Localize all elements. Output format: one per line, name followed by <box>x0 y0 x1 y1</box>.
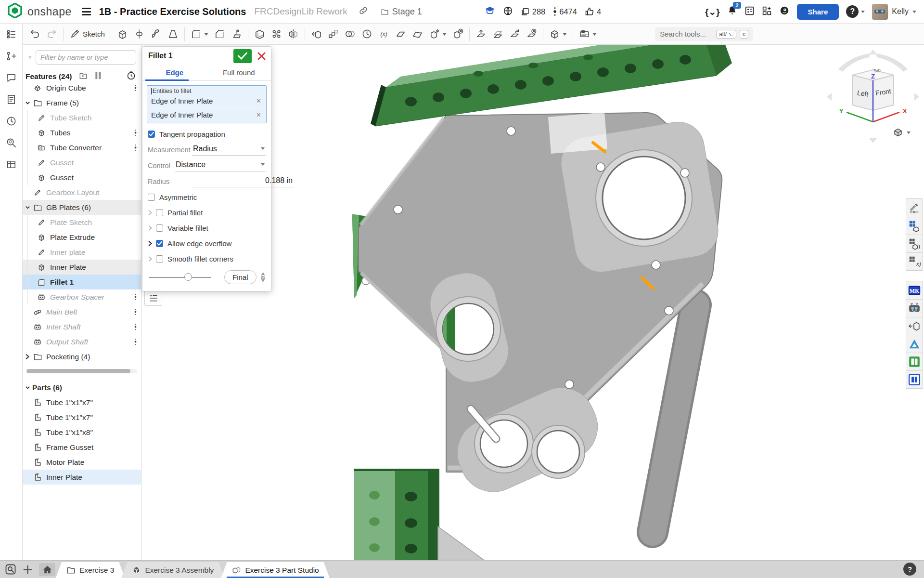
preview-slider[interactable] <box>149 277 211 278</box>
chevron-right-icon[interactable] <box>148 256 156 262</box>
checkbox[interactable] <box>148 194 155 201</box>
plane-tool-button[interactable] <box>392 26 409 42</box>
feature-row[interactable]: Fillet 1 <box>23 275 141 289</box>
redo-tool-button[interactable] <box>43 26 60 42</box>
feature-row[interactable]: Inner Plate <box>23 260 141 275</box>
feature-row[interactable]: Tube Sketch <box>23 110 141 125</box>
rollback-history-icon[interactable] <box>126 70 136 82</box>
feature-menu-icon[interactable] <box>131 293 139 301</box>
copies-stat[interactable]: 288 <box>521 7 546 16</box>
document-menu-icon[interactable] <box>82 8 91 15</box>
feature-row[interactable]: Tubes <box>23 125 141 140</box>
revolve-tool-button[interactable] <box>131 26 148 42</box>
parts-header-row[interactable]: Parts (6) <box>23 380 141 395</box>
feature-row[interactable]: GB Plates (6) <box>23 200 141 215</box>
display-cube-tool-button[interactable] <box>546 26 570 42</box>
variable-fillet-row[interactable]: Variable fillet <box>142 220 271 236</box>
sweep-tool-button[interactable] <box>148 26 165 42</box>
derive-part-icon[interactable] <box>906 317 923 335</box>
entities-to-fillet-box[interactable]: Entities to fillet Edge of Inner Plate✕E… <box>147 85 267 123</box>
sketch-tool-button[interactable]: Sketch <box>66 26 108 42</box>
mirror-tool-button[interactable] <box>285 26 302 42</box>
appearance-icon[interactable] <box>906 199 923 217</box>
document-title[interactable]: 1B - Practice Exercise Solutions <box>99 6 246 17</box>
workspace-breadcrumb[interactable]: Stage 1 <box>380 7 422 17</box>
chevron-down-icon[interactable] <box>23 100 32 105</box>
book-blue-icon[interactable] <box>906 370 923 388</box>
radius-input[interactable] <box>192 176 294 187</box>
green-tube-bottom[interactable] <box>354 469 439 560</box>
feature-row[interactable]: Pocketing (4) <box>23 349 141 364</box>
frame-gusset-part[interactable] <box>438 526 484 560</box>
partial-fillet-row[interactable]: Partial fillet <box>142 205 271 220</box>
remove-entity-icon[interactable]: ✕ <box>255 97 262 105</box>
history-stat[interactable]: 6474 <box>553 7 577 16</box>
apps-grid-icon[interactable] <box>762 6 772 18</box>
feature-row[interactable]: Plate Sketch <box>23 215 141 230</box>
versions-braces-icon[interactable]: {⌄} <box>705 6 720 17</box>
history-clock-icon[interactable] <box>4 114 18 130</box>
filter-icon[interactable] <box>28 53 32 62</box>
insert-plus-icon[interactable] <box>4 49 18 65</box>
slider-knob[interactable] <box>184 273 192 281</box>
chamfer-tool-button[interactable] <box>211 26 228 42</box>
chevron-right-icon[interactable] <box>148 225 156 231</box>
move-face-tool-button[interactable] <box>506 26 523 42</box>
search-tools[interactable]: alt/⌥ c <box>655 27 753 41</box>
measurement-select[interactable]: Radius <box>192 144 266 156</box>
checkbox[interactable] <box>156 240 163 247</box>
checkbox[interactable] <box>156 224 163 232</box>
bearing-bore-large[interactable] <box>603 157 685 239</box>
part-row[interactable]: Tube 1"x1"x7" <box>23 410 141 425</box>
share-button[interactable]: Share <box>797 4 839 20</box>
loft-tool-button[interactable] <box>165 26 181 42</box>
feature-row[interactable]: Gusset <box>23 170 141 185</box>
mkcad-icon[interactable]: MK <box>906 281 923 299</box>
suppress-pause-icon[interactable] <box>95 71 102 81</box>
search-tabs-button[interactable] <box>5 564 16 575</box>
view-options-button[interactable] <box>892 127 911 138</box>
part-row[interactable]: Inner Plate <box>23 470 141 485</box>
bottom-help-button[interactable]: ? <box>903 563 916 576</box>
home-button[interactable] <box>39 563 55 576</box>
named-views-tool-button[interactable] <box>576 26 600 42</box>
draft-tool-button[interactable] <box>228 26 245 42</box>
cancel-button[interactable] <box>255 49 268 63</box>
delete-part-tool-button[interactable] <box>449 26 466 42</box>
part-row[interactable]: Motor Plate <box>23 455 141 470</box>
pattern-molecule-tool-button[interactable] <box>268 26 285 42</box>
feature-menu-icon[interactable] <box>131 84 139 92</box>
delete-face-tool-button[interactable] <box>523 26 540 42</box>
entity-chip[interactable]: Edge of Inner Plate✕ <box>151 94 262 108</box>
control-select[interactable]: Distance <box>175 160 266 171</box>
search-cube-icon[interactable] <box>4 136 18 151</box>
fillet-tool-button[interactable] <box>188 26 211 42</box>
asymmetric-row[interactable]: Asymmetric <box>142 189 271 205</box>
link-icon[interactable] <box>359 6 368 17</box>
boolean-tool-button[interactable] <box>342 26 359 42</box>
shell-tool-button[interactable] <box>251 26 268 42</box>
comment-icon[interactable] <box>4 71 18 86</box>
derive-tool-button[interactable] <box>308 26 325 42</box>
extrude-tool-button[interactable] <box>114 26 131 42</box>
feature-menu-icon[interactable] <box>131 308 139 316</box>
tab-exercise-3[interactable]: Exercise 3 <box>56 562 125 578</box>
chevron-down-icon[interactable] <box>23 205 32 210</box>
book-green-icon[interactable] <box>906 353 923 370</box>
help-menu[interactable]: ? <box>846 5 865 18</box>
learning-icon[interactable] <box>485 6 495 17</box>
variable-tool-button[interactable]: (x) <box>375 26 392 42</box>
dialog-help-icon[interactable]: ? <box>261 273 265 282</box>
checkbox[interactable] <box>156 255 163 263</box>
allow-edge-overflow-row[interactable]: Allow edge overflow <box>142 236 271 251</box>
pattern-linear-tool-button[interactable] <box>325 26 342 42</box>
feature-row[interactable]: Main Belt <box>23 304 141 319</box>
feature-row[interactable]: Frame (5) <box>23 95 141 110</box>
feature-row[interactable]: Inter Shaft <box>23 319 141 334</box>
chevron-right-icon[interactable] <box>23 354 32 359</box>
part-row[interactable]: Tube 1"x1"x8" <box>23 425 141 440</box>
chevron-right-icon[interactable] <box>148 210 156 215</box>
feature-row[interactable]: Gearbox Spacer <box>23 289 141 304</box>
feature-menu-icon[interactable] <box>131 323 139 331</box>
tab-full-round[interactable]: Full round <box>207 65 271 80</box>
